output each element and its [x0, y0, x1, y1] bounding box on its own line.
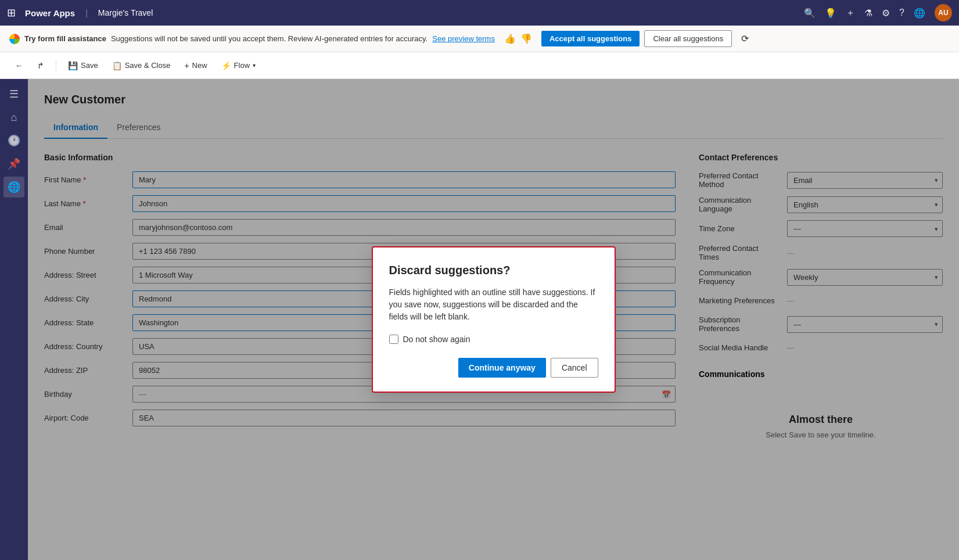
- continue-anyway-button[interactable]: Continue anyway: [458, 358, 546, 378]
- main-content: New Customer Information Preferences Bas…: [28, 79, 959, 560]
- globe-icon[interactable]: 🌐: [914, 8, 925, 19]
- back-button[interactable]: ←: [9, 58, 29, 73]
- save-close-label: Save & Close: [125, 61, 171, 70]
- new-button[interactable]: + New: [178, 58, 213, 73]
- save-button[interactable]: 💾 Save: [62, 58, 104, 73]
- cancel-button[interactable]: Cancel: [551, 358, 598, 378]
- toolbar: ← ↱ 💾 Save 📋 Save & Close + New ⚡ Flow ▾: [0, 52, 959, 79]
- left-sidebar: ☰ ⌂ 🕐 📌 🌐: [0, 79, 28, 560]
- ai-banner-bold: Try form fill assistance: [24, 34, 106, 43]
- sidebar-recent-icon[interactable]: 🕐: [3, 130, 24, 151]
- flow-icon: ⚡: [221, 61, 231, 70]
- do-not-show-checkbox[interactable]: [389, 335, 398, 344]
- flow-label: Flow: [234, 61, 250, 70]
- sidebar-globe-icon[interactable]: 🌐: [3, 177, 24, 198]
- preview-terms-link[interactable]: See preview terms: [432, 34, 495, 43]
- sidebar-pin-icon[interactable]: 📌: [3, 153, 24, 174]
- feedback-thumbs: 👍 👎: [504, 33, 532, 44]
- save-icon: 💾: [68, 61, 78, 70]
- forward-button[interactable]: ↱: [31, 58, 50, 73]
- flow-button[interactable]: ⚡ Flow ▾: [215, 58, 261, 73]
- app-title: Margie's Travel: [98, 8, 153, 17]
- flow-chevron-icon: ▾: [253, 62, 256, 69]
- accept-all-suggestions-button[interactable]: Accept all suggestions: [541, 31, 640, 46]
- add-icon[interactable]: ＋: [846, 7, 855, 19]
- sidebar-home-icon[interactable]: ⌂: [3, 107, 24, 128]
- waffle-icon[interactable]: ⊞: [7, 6, 16, 19]
- lightbulb-icon[interactable]: 💡: [825, 8, 836, 19]
- new-icon: +: [184, 61, 189, 70]
- banner-close-icon[interactable]: ⟳: [741, 33, 749, 44]
- discard-suggestions-modal: Discard suggestions? Fields highlighted …: [372, 246, 616, 393]
- ai-banner: Try form fill assistance Suggestions wil…: [0, 26, 959, 52]
- settings-icon[interactable]: ⚙: [882, 8, 890, 19]
- save-close-button[interactable]: 📋 Save & Close: [106, 58, 177, 73]
- ai-banner-body: Suggestions will not be saved until you …: [111, 34, 428, 43]
- new-label: New: [192, 61, 207, 70]
- search-icon[interactable]: 🔍: [804, 8, 816, 19]
- modal-title: Discard suggestions?: [389, 264, 598, 277]
- thumbs-down-icon[interactable]: 👎: [520, 33, 532, 44]
- user-avatar[interactable]: AU: [935, 4, 952, 21]
- help-icon[interactable]: ?: [899, 8, 904, 18]
- clear-all-suggestions-button[interactable]: Clear all suggestions: [644, 30, 732, 47]
- modal-buttons: Continue anyway Cancel: [389, 358, 598, 378]
- top-nav-icons: 🔍 💡 ＋ ⚗ ⚙ ? 🌐 AU: [804, 4, 952, 21]
- toolbar-separator: [56, 60, 56, 71]
- app-name: Power Apps: [25, 8, 75, 18]
- do-not-show-label: Do not show again: [403, 335, 470, 344]
- thumbs-up-icon[interactable]: 👍: [504, 33, 516, 44]
- modal-checkbox-row: Do not show again: [389, 335, 598, 344]
- modal-overlay: Discard suggestions? Fields highlighted …: [28, 79, 959, 560]
- main-layout: ☰ ⌂ 🕐 📌 🌐 New Customer Information Prefe…: [0, 79, 959, 560]
- sidebar-menu-icon[interactable]: ☰: [3, 84, 24, 105]
- save-close-icon: 📋: [112, 61, 122, 70]
- filter-icon[interactable]: ⚗: [864, 8, 872, 19]
- microsoft-logo: [9, 34, 20, 44]
- back-arrow-icon: ←: [15, 61, 23, 70]
- forward-arrow-icon: ↱: [37, 61, 44, 70]
- nav-separator: |: [85, 8, 88, 17]
- modal-body: Fields highlighted with an outline still…: [389, 286, 598, 323]
- save-label: Save: [81, 61, 98, 70]
- top-nav: ⊞ Power Apps | Margie's Travel 🔍 💡 ＋ ⚗ ⚙…: [0, 0, 959, 26]
